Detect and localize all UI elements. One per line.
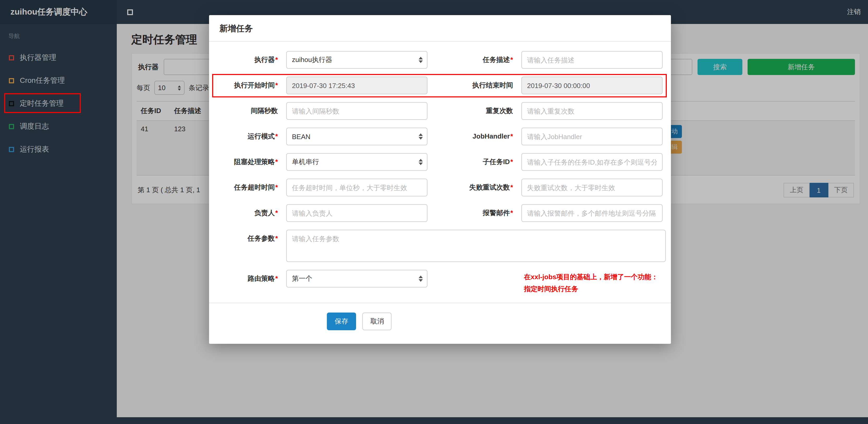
child-job-label: 子任务ID* [428,153,518,171]
form-row: 任务超时时间* 失败重试次数* [209,179,671,196]
jobhandler-input[interactable] [521,128,662,145]
block-strategy-select[interactable]: 单机串行 [286,153,428,171]
start-time-label: 执行开始时间* [209,76,283,94]
add-job-modal: 新增任务 执行器* zuihou执行器 任务描述* 执行开始时间* 执行结束时间 [209,15,671,344]
route-note-line2: 指定时间执行任务 [524,283,658,295]
modal-body: 执行器* zuihou执行器 任务描述* 执行开始时间* 执行结束时间 间 [209,42,671,344]
job-desc-label: 任务描述* [428,51,518,69]
block-strategy-select-value: 单机串行 [292,157,319,167]
glue-type-select[interactable]: BEAN [286,128,428,145]
glue-type-label: 运行模式* [209,128,283,145]
alarm-email-label: 报警邮件* [428,204,518,222]
author-label: 负责人* [209,204,283,222]
job-param-label: 任务参数* [209,230,283,248]
form-row: 运行模式* BEAN JobHandler* [209,128,671,145]
author-input[interactable] [286,204,428,222]
form-row-time: 执行开始时间* 执行结束时间 [209,76,671,94]
route-note: 在xxl-jobs项目的基础上，新增了一个功能： 指定时间执行任务 [524,270,658,295]
cancel-button[interactable]: 取消 [363,313,392,330]
fail-retry-label: 失败重试次数* [428,179,518,196]
timeout-input[interactable] [286,179,428,196]
repeat-input[interactable] [521,102,662,120]
alarm-email-input[interactable] [521,204,662,222]
job-param-textarea[interactable] [286,230,666,262]
form-row: 阻塞处理策略* 单机串行 子任务ID* [209,153,671,171]
executor-select[interactable]: zuihou执行器 [286,51,428,69]
form-row: 间隔秒数 重复次数 [209,102,671,120]
fail-retry-input[interactable] [521,179,662,196]
select-arrows-icon [418,57,423,63]
modal-footer: 保存 取消 [209,303,671,344]
modal-title: 新增任务 [209,15,671,42]
interval-input[interactable] [286,102,428,120]
executor-select-value: zuihou执行器 [292,55,332,65]
select-arrows-icon [418,133,423,140]
route-strategy-select-value: 第一个 [292,274,312,283]
save-button[interactable]: 保存 [327,313,356,330]
form-row-route: 路由策略* 第一个 在xxl-jobs项目的基础上，新增了一个功能： 指定时间执… [209,270,671,295]
jobhandler-label: JobHandler* [428,128,518,145]
route-strategy-select[interactable]: 第一个 [286,270,428,288]
select-arrows-icon [418,159,423,165]
select-arrows-icon [418,275,423,282]
block-strategy-label: 阻塞处理策略* [209,153,283,171]
end-time-label: 执行结束时间 [428,76,518,94]
form-row-param: 任务参数* [209,230,671,262]
repeat-label: 重复次数 [428,102,518,120]
child-job-input[interactable] [521,153,662,171]
start-time-input[interactable] [286,76,428,94]
executor-label: 执行器* [209,51,283,69]
end-time-input[interactable] [521,76,662,94]
route-note-line1: 在xxl-jobs项目的基础上，新增了一个功能： [524,271,658,283]
interval-label: 间隔秒数 [209,102,283,120]
app-root: zuihou任务调度中心 注销 导航 执行器管理 Cron任务管理 定时任务管理… [0,0,868,424]
route-strategy-label: 路由策略* [209,270,283,288]
timeout-label: 任务超时时间* [209,179,283,196]
glue-type-select-value: BEAN [292,133,310,140]
form-row: 负责人* 报警邮件* [209,204,671,222]
form-row: 执行器* zuihou执行器 任务描述* [209,51,671,69]
job-desc-input[interactable] [521,51,662,69]
